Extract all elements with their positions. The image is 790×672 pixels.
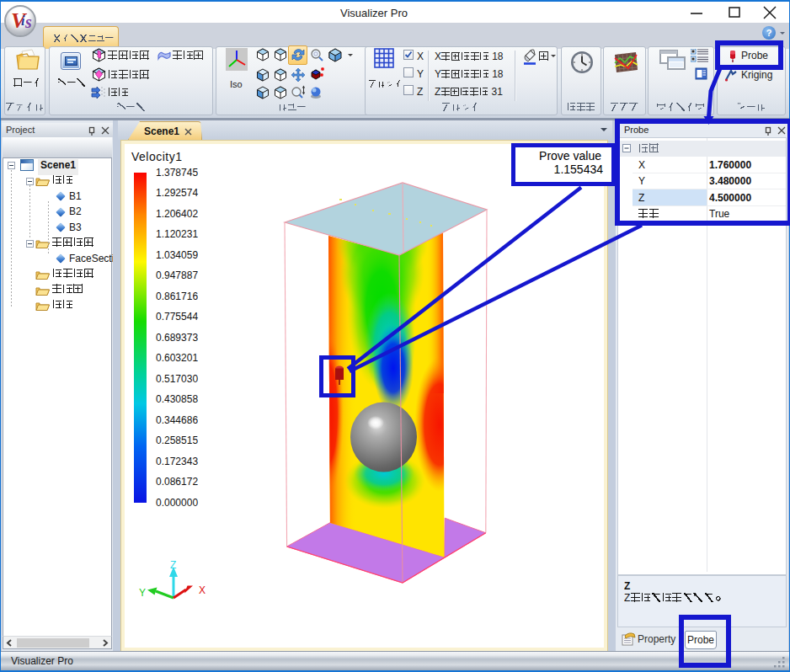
- svg-text:Z: Z: [170, 559, 176, 571]
- svg-text:Y: Y: [139, 587, 146, 599]
- svg-text:X: X: [199, 584, 206, 596]
